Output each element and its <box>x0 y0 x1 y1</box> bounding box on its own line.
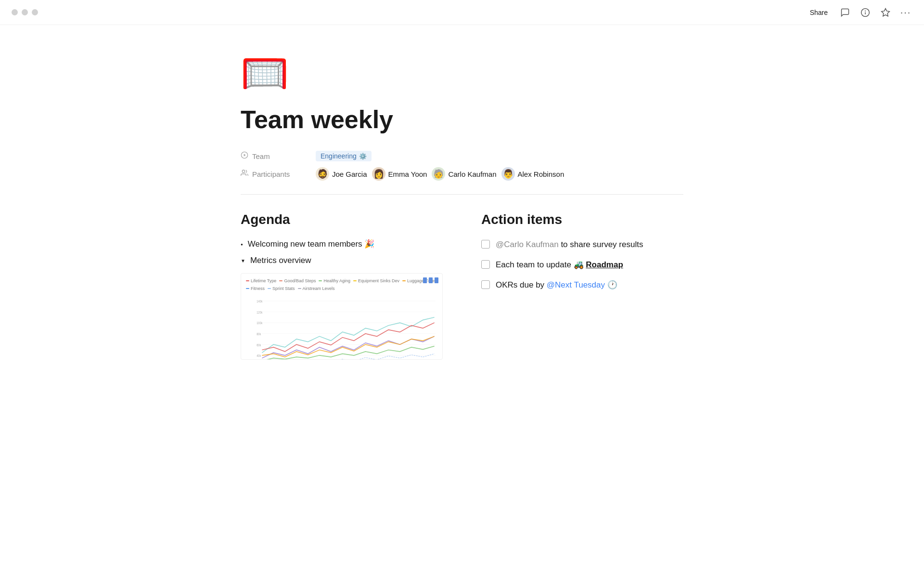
team-tag-text: Engineering <box>321 152 357 160</box>
legend-item-3: Healthy Aging <box>319 278 350 283</box>
participants-property-label: Participants <box>241 169 308 179</box>
svg-text:140k: 140k <box>257 300 263 303</box>
date-link-tuesday[interactable]: @Next Tuesday <box>547 280 605 289</box>
chart-legend: Lifetime Type Good/Bad Steps Healthy Agi… <box>246 278 437 291</box>
titlebar-actions: Share ··· <box>806 6 912 19</box>
participant-name-alex: Alex Robinson <box>518 170 565 178</box>
svg-text:60k: 60k <box>257 343 261 347</box>
chart-tool-3[interactable] <box>435 277 438 283</box>
traffic-lights <box>12 9 38 15</box>
legend-item-4: Equipment Sinks Dev <box>353 278 399 283</box>
comment-icon[interactable] <box>838 6 852 19</box>
participant-alex-robinson[interactable]: 👨 Alex Robinson <box>501 167 565 181</box>
roadmap-link[interactable]: Roadmap <box>586 260 623 269</box>
participant-name-joe: Joe Garcia <box>332 170 367 178</box>
bullet-icon: ● <box>241 242 243 247</box>
action-item-3-text: OKRs due by @Next Tuesday 🕐 <box>496 279 617 291</box>
legend-label-4: Equipment Sinks Dev <box>358 278 399 283</box>
action-item-1-text: @Carlo Kaufman to share survey results <box>496 239 643 250</box>
traffic-light-close[interactable] <box>12 9 18 15</box>
avatar-joe-garcia: 🧔 <box>316 167 329 181</box>
legend-dot-1 <box>246 280 249 281</box>
legend-dot-6 <box>246 288 249 289</box>
legend-label-7: Sprint Stats <box>272 286 295 291</box>
agenda-title: Agenda <box>241 212 443 227</box>
titlebar: Share ··· <box>0 0 924 25</box>
chart-tool-2[interactable] <box>429 277 433 283</box>
legend-item-1: Lifetime Type <box>246 278 276 283</box>
svg-text:100k: 100k <box>257 321 263 325</box>
team-tag[interactable]: Engineering ⚙️ <box>316 151 372 161</box>
svg-marker-5 <box>244 154 246 157</box>
checkbox-2[interactable] <box>481 260 490 269</box>
roadmap-emoji: 🚜 <box>574 260 586 269</box>
agenda-item-welcoming: ● Welcoming new team members 🎉 <box>241 239 443 249</box>
main-content: 🥅 Team weekly Team Engineering ⚙️ <box>125 25 799 389</box>
two-col-layout: Agenda ● Welcoming new team members 🎉 ▼ … <box>241 212 683 360</box>
legend-dot-7 <box>268 288 271 289</box>
action-item-2-prefix: Each team to update <box>496 260 574 269</box>
more-icon[interactable]: ··· <box>899 6 912 19</box>
participant-name-carlo: Carlo Kaufman <box>448 170 496 178</box>
checkbox-1[interactable] <box>481 240 490 249</box>
traffic-light-minimize[interactable] <box>22 9 28 15</box>
svg-point-6 <box>242 170 244 172</box>
mention-carlo[interactable]: @Carlo Kaufman <box>496 240 559 249</box>
avatar-alex-robinson: 👨 <box>501 167 515 181</box>
participants-icon <box>241 169 248 179</box>
svg-marker-3 <box>882 8 890 16</box>
participant-carlo-kaufman[interactable]: 🧓 Carlo Kaufman <box>432 167 496 181</box>
legend-label-2: Good/Bad Steps <box>284 278 316 283</box>
action-items-list: @Carlo Kaufman to share survey results E… <box>481 239 683 290</box>
page-icon: 🥅 <box>241 54 683 92</box>
share-button[interactable]: Share <box>806 7 832 18</box>
team-property-value[interactable]: Engineering ⚙️ <box>316 151 372 161</box>
svg-text:80k: 80k <box>257 332 261 336</box>
legend-item-2: Good/Bad Steps <box>279 278 316 283</box>
participant-name-emma: Emma Yoon <box>388 170 427 178</box>
triangle-icon: ▼ <box>241 258 245 263</box>
agenda-item-text-1: Welcoming new team members 🎉 <box>248 239 375 249</box>
legend-dot-5 <box>402 280 406 281</box>
traffic-light-maximize[interactable] <box>32 9 38 15</box>
team-label-text: Team <box>252 152 270 160</box>
agenda-item-text-2: Metrics overview <box>250 256 311 265</box>
agenda-item-metrics: ▼ Metrics overview <box>241 256 443 265</box>
chart-toolbar[interactable] <box>423 277 438 283</box>
action-item-1-suffix: to share survey results <box>561 240 643 249</box>
participants-list: 🧔 Joe Garcia 👩 Emma Yoon 🧓 Carlo Kaufman… <box>316 167 564 181</box>
legend-label-1: Lifetime Type <box>251 278 276 283</box>
legend-dot-2 <box>279 280 282 281</box>
chart-tool-1[interactable] <box>423 277 427 283</box>
participants-property-row: Participants 🧔 Joe Garcia 👩 Emma Yoon 🧓 … <box>241 167 683 181</box>
team-property-row: Team Engineering ⚙️ <box>241 151 683 161</box>
team-property-icon <box>241 151 248 161</box>
info-icon[interactable] <box>859 6 872 19</box>
participant-emma-yoon[interactable]: 👩 Emma Yoon <box>372 167 427 181</box>
page-title[interactable]: Team weekly <box>241 106 683 133</box>
action-item-3-prefix: OKRs due by <box>496 280 547 289</box>
chart-svg: 140k 120k 100k 80k 60k 40k <box>246 293 437 360</box>
legend-label-3: Healthy Aging <box>323 278 350 283</box>
chart-container: Lifetime Type Good/Bad Steps Healthy Agi… <box>241 273 443 360</box>
svg-text:120k: 120k <box>257 310 263 314</box>
action-items-column: Action items @Carlo Kaufman to share sur… <box>481 212 683 290</box>
legend-dot-3 <box>319 280 322 281</box>
divider <box>241 194 683 195</box>
legend-item-8: Airstream Levels <box>298 286 335 291</box>
action-item-1: @Carlo Kaufman to share survey results <box>481 239 683 250</box>
legend-item-6: Fitness <box>246 286 265 291</box>
participant-joe-garcia[interactable]: 🧔 Joe Garcia <box>316 167 367 181</box>
team-tag-gear: ⚙️ <box>359 153 367 160</box>
team-property-label: Team <box>241 151 308 161</box>
svg-text:40k: 40k <box>257 354 261 357</box>
action-item-3: OKRs due by @Next Tuesday 🕐 <box>481 279 683 291</box>
participants-label-text: Participants <box>252 170 290 178</box>
star-icon[interactable] <box>879 6 892 19</box>
avatar-carlo-kaufman: 🧓 <box>432 167 445 181</box>
legend-label-8: Airstream Levels <box>303 286 335 291</box>
clock-emoji: 🕐 <box>607 280 617 289</box>
legend-dot-4 <box>353 280 357 281</box>
checkbox-3[interactable] <box>481 280 490 289</box>
action-item-2: Each team to update 🚜 Roadmap <box>481 259 683 271</box>
